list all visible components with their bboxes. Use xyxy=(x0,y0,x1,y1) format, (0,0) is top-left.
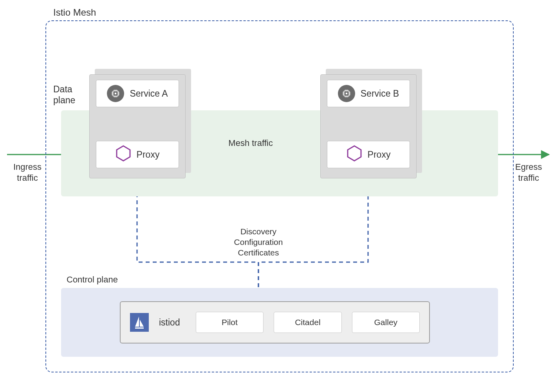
svg-marker-36 xyxy=(348,146,361,161)
service-a-box: Service A xyxy=(96,80,179,107)
hexagon-icon xyxy=(116,145,131,164)
pilot-link-line3: Certificates xyxy=(238,248,279,257)
ingress-line1: Ingress xyxy=(13,162,42,172)
hexagon-icon xyxy=(347,145,362,164)
control-plane-label: Control plane xyxy=(67,275,118,285)
ingress-line2: traffic xyxy=(17,173,38,183)
svg-rect-23 xyxy=(346,93,347,94)
ingress-traffic-label: Ingress traffic xyxy=(8,162,47,183)
istiod-name: istiod xyxy=(159,317,180,328)
pilot-link-label: Discovery Configuration Certificates xyxy=(219,226,298,258)
pilot-link-line1: Discovery xyxy=(240,227,276,236)
service-b-label: Service B xyxy=(361,88,399,99)
proxy-a-box: Proxy xyxy=(96,141,179,168)
mesh-title: Istio Mesh xyxy=(53,7,96,18)
proxy-b-box: Proxy xyxy=(327,141,410,168)
cpu-chip-icon xyxy=(107,85,124,102)
egress-traffic-label: Egress traffic xyxy=(509,162,548,183)
svg-rect-8 xyxy=(115,93,116,94)
pilot-link-line2: Configuration xyxy=(234,237,283,246)
service-b-box: Service B xyxy=(327,80,410,107)
istiod-component-citadel: Citadel xyxy=(274,312,341,333)
svg-rect-39 xyxy=(135,327,144,329)
istio-sail-icon xyxy=(130,313,149,332)
data-plane-label-line1: Data xyxy=(53,84,72,94)
mesh-traffic-label: Mesh traffic xyxy=(211,138,290,149)
egress-line2: traffic xyxy=(518,173,539,183)
cpu-chip-icon xyxy=(338,85,355,102)
svg-marker-21 xyxy=(117,146,130,161)
egress-line1: Egress xyxy=(515,162,542,172)
svg-marker-38 xyxy=(140,320,144,327)
svg-marker-37 xyxy=(135,316,139,327)
istiod-component-galley: Galley xyxy=(352,312,420,333)
proxy-b-label: Proxy xyxy=(368,149,391,160)
proxy-a-label: Proxy xyxy=(137,149,160,160)
istiod-component-pilot: Pilot xyxy=(196,312,264,333)
service-a-label: Service A xyxy=(130,88,168,99)
data-plane-label-line2: plane xyxy=(53,95,75,105)
istiod-box: istiod Pilot Citadel Galley xyxy=(120,301,430,343)
data-plane-label: Data plane xyxy=(53,84,75,106)
